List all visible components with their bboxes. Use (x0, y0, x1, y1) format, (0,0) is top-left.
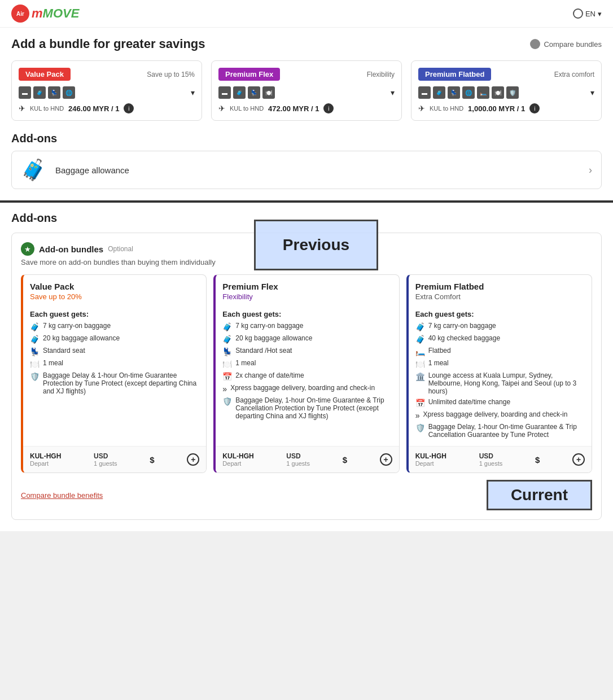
flex-add-button[interactable]: + (380, 453, 392, 466)
flatbed-add-button[interactable]: + (572, 453, 585, 466)
feature-text: Xpress baggage delivery, boarding and ch… (423, 410, 567, 418)
flatbed-dropdown-arrow[interactable]: ▾ (590, 88, 594, 97)
icon-film: ▬ (19, 86, 31, 99)
feature-item: 🧳 20 kg baggage allowance (222, 334, 392, 344)
premium-flex-tag: Premium Flex (218, 68, 280, 81)
flatbed-detail-top: Premium Flatbed Extra Comfort (409, 275, 592, 305)
feature-item: 🛡️ Baggage Delay & 1-hour On-time Guaran… (30, 371, 199, 395)
feature-item: 💺 Standard /Hot seat (222, 347, 392, 356)
feature-item: 🧳 7 kg carry-on baggage (222, 322, 392, 331)
feature-text: Baggage Delay & 1-hour On-time Guarantee… (43, 371, 199, 395)
feature-icon: 🧳 (222, 335, 232, 344)
feature-text: 20 kg baggage allowance (235, 334, 312, 342)
feature-item: 🍽️ 1 meal (30, 359, 199, 369)
value-each-guest: Each guest gets: (30, 310, 199, 318)
feature-item: 🍽️ 1 meal (415, 359, 585, 369)
flex-detail-name: Premium Flex (222, 282, 392, 291)
feature-text: Unlimited date/time change (428, 398, 510, 406)
flatbed-price: 1,000.00 MYR / 1 (468, 104, 525, 113)
feature-icon: 🍽️ (415, 360, 425, 369)
feature-item: 🧳 7 kg carry-on baggage (30, 322, 199, 331)
flex-detail-top: Premium Flex Flexibility (216, 275, 399, 305)
value-detail-name: Value Pack (30, 282, 199, 291)
value-add-button[interactable]: + (187, 453, 199, 466)
flex-footer-route: KUL-HGH (222, 452, 253, 460)
feature-text: 7 kg carry-on baggage (428, 322, 496, 330)
icon-film3: ▬ (418, 86, 431, 99)
flatbed-footer-mid: USD 1 guests (479, 452, 503, 467)
value-dropdown-arrow[interactable]: ▾ (191, 88, 195, 97)
feature-text: 7 kg carry-on baggage (43, 322, 111, 330)
feature-text: Standard seat (43, 347, 85, 355)
bundle-card-header: Value Pack Save up to 15% (19, 68, 195, 81)
compare-link[interactable]: Compare bundle benefits (21, 491, 103, 500)
feature-icon: 🛡️ (415, 423, 425, 432)
value-info[interactable]: i (124, 103, 134, 113)
feature-icon: 🛡️ (222, 397, 232, 406)
addon-bundles-title: Add-on bundles (39, 244, 103, 254)
icon-bag2: 🧳 (233, 86, 246, 99)
bundle-card-header-flex: Premium Flex Flexibility (218, 68, 395, 81)
flatbed-detail-name: Premium Flatbed (415, 282, 585, 291)
bundle-card-header-flatbed: Premium Flatbed Extra comfort (418, 68, 594, 81)
flex-detail-sub: Flexibility (222, 292, 392, 301)
feature-icon: 🧳 (415, 322, 425, 331)
value-footer-depart: Depart (30, 460, 61, 467)
feature-item: 📅 2x change of date/time (222, 371, 392, 381)
feature-icon: 🍽️ (222, 360, 232, 369)
bundle-detail-value: Value Pack Save up to 20% Each guest get… (21, 274, 207, 473)
flatbed-footer-depart: Depart (415, 460, 446, 467)
icon-flat3: 🛏️ (477, 86, 489, 99)
nav-bar: Air mMOVE EN ▾ (0, 0, 613, 28)
flex-price: 472.00 MYR / 1 (268, 104, 319, 113)
addons-top-title: Add-ons (11, 132, 602, 145)
feature-text: 7 kg carry-on baggage (235, 322, 303, 330)
bundle-card-value[interactable]: Value Pack Save up to 15% ▬ 🧳 💺 🌐 ▾ ✈ KU… (11, 60, 202, 121)
premium-flatbed-icons: ▬ 🧳 💺 🌐 🛏️ 🍽️ 🛡️ ▾ (418, 86, 594, 99)
feature-icon: 🧳 (30, 335, 40, 344)
feature-item: 🧳 7 kg carry-on baggage (415, 322, 585, 331)
plane-icon-1: ✈ (19, 104, 25, 113)
feature-item: » Xpress baggage delivery, boarding and … (415, 410, 585, 420)
flatbed-footer-currency: USD (479, 452, 503, 460)
value-footer-route: KUL-HGH (30, 452, 61, 460)
lang-chevron: ▾ (598, 10, 602, 18)
feature-text: 40 kg checked baggage (428, 334, 500, 342)
premium-flex-icons: ▬ 🧳 💺 🍽️ ▾ (218, 86, 395, 99)
feature-icon: 🛡️ (30, 372, 40, 381)
baggage-row[interactable]: 🧳 Baggage allowance › (11, 151, 602, 189)
bundle-card-premium-flatbed[interactable]: Premium Flatbed Extra comfort ▬ 🧳 💺 🌐 🛏️… (411, 60, 602, 121)
lang-selector[interactable]: EN ▾ (573, 8, 602, 19)
logo-text: mMOVE (32, 6, 79, 21)
flex-detail-body: Each guest gets: 🧳 7 kg carry-on baggage… (216, 305, 399, 446)
premium-flex-subtitle: Flexibility (367, 71, 395, 78)
feature-icon: 🧳 (30, 322, 40, 331)
bundle-card-premium-flex[interactable]: Premium Flex Flexibility ▬ 🧳 💺 🍽️ ▾ ✈ KU… (211, 60, 402, 121)
flatbed-route: KUL to HND (430, 105, 463, 112)
flatbed-footer-route: KUL-HGH (415, 452, 446, 460)
value-footer-guests: 1 guests (94, 460, 117, 467)
premium-flatbed-price-row: ✈ KUL to HND 1,000.00 MYR / 1 i (418, 103, 594, 113)
flex-dropdown-arrow[interactable]: ▾ (391, 88, 395, 97)
compare-bundles-button[interactable]: Compare bundles (530, 39, 602, 49)
premium-flex-price-row: ✈ KUL to HND 472.00 MYR / 1 i (218, 103, 395, 113)
logo: Air mMOVE (11, 5, 79, 23)
value-footer-price: $ (150, 455, 154, 465)
feature-item: 🧳 20 kg baggage allowance (30, 334, 199, 344)
feature-icon: 🧳 (415, 335, 425, 344)
logo-icon: Air (11, 5, 29, 23)
flex-info[interactable]: i (323, 103, 334, 113)
feature-item: 💺 Standard seat (30, 347, 199, 356)
globe-icon (573, 8, 583, 19)
feature-item: » Xpress baggage delivery, boarding and … (222, 384, 392, 393)
flex-detail-footer: KUL-HGH Depart USD 1 guests $ + (216, 446, 399, 473)
feature-text: 2x change of date/time (235, 371, 304, 379)
feature-icon: 🍽️ (30, 360, 40, 369)
flex-route: KUL to HND (230, 105, 264, 112)
plane-icon-2: ✈ (218, 104, 225, 113)
top-section: Add a bundle for greater savings Compare… (0, 28, 613, 202)
feature-text: 20 kg baggage allowance (43, 334, 120, 342)
feature-item: 🛏️ Flatbed (415, 347, 585, 356)
flatbed-info[interactable]: i (529, 103, 540, 113)
value-footer-left: KUL-HGH Depart (30, 452, 61, 467)
